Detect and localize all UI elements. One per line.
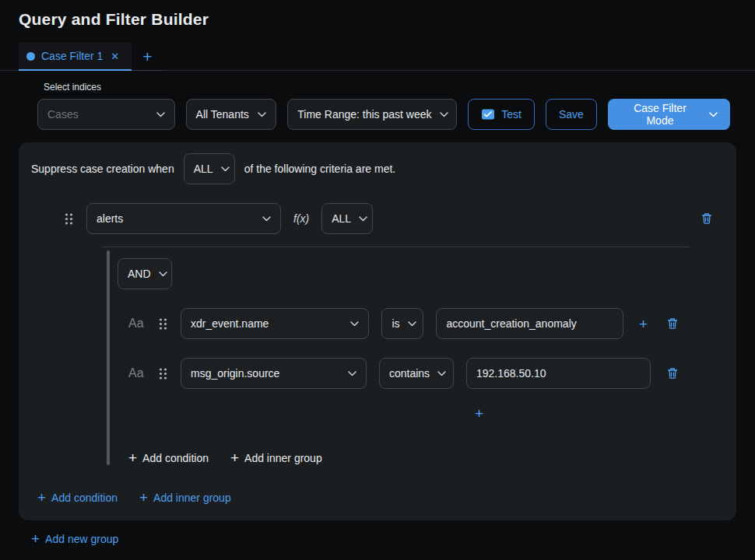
vertical-connector: [107, 250, 110, 465]
suppress-operator-value: ALL: [194, 163, 213, 175]
chevron-down-icon: [156, 112, 165, 117]
group-add-links: + Add condition + Add inner group: [37, 490, 724, 505]
chevron-down-icon: [440, 112, 448, 117]
delete-condition-button[interactable]: [663, 314, 682, 333]
text-type-icon: Aa: [128, 317, 146, 331]
plus-icon: +: [128, 450, 137, 465]
chevron-down-icon: [159, 271, 167, 277]
condition-operator-value: is: [392, 317, 399, 330]
condition-operator-value: contains: [389, 367, 430, 380]
add-inner-group-label: Add inner group: [244, 452, 322, 464]
tenant-value: All Tenants: [196, 108, 249, 121]
plus-icon: +: [230, 450, 239, 465]
chevron-down-icon: [348, 371, 356, 376]
group-header: alerts f(x) ALL: [64, 203, 724, 234]
add-inner-group-label: Add inner group: [153, 492, 231, 504]
inner-operator-select[interactable]: AND: [118, 258, 172, 289]
add-inner-group-link[interactable]: + Add inner group: [230, 450, 322, 465]
tab-label: Case Filter 1: [41, 50, 103, 62]
add-value-button[interactable]: +: [472, 403, 486, 424]
group-source-select[interactable]: alerts: [86, 203, 281, 234]
add-condition-link[interactable]: + Add condition: [128, 450, 209, 465]
add-condition-label: Add condition: [51, 492, 118, 504]
chevron-down-icon: [262, 216, 271, 222]
save-button-label: Save: [559, 108, 584, 121]
case-filter-mode-button[interactable]: Case Filter Mode: [608, 99, 730, 130]
chevron-down-icon: [437, 371, 446, 376]
indices-select[interactable]: Cases: [37, 99, 175, 130]
plus-icon: +: [37, 490, 46, 505]
condition-row: Aa xdr_event.name is +: [118, 308, 690, 339]
condition-operator-select[interactable]: is: [381, 308, 423, 339]
condition-row: Aa msg_origin.source contains: [118, 358, 690, 389]
tab-case-filter-1[interactable]: Case Filter 1 ✕: [19, 43, 132, 71]
condition-value-input[interactable]: [436, 308, 623, 339]
chevron-down-icon: [350, 321, 359, 327]
inner-group: AND Aa xdr_event.name is: [102, 247, 690, 465]
condition-field-value: msg_origin.source: [191, 367, 279, 380]
footer: + Add new group: [31, 531, 755, 546]
delete-group-button[interactable]: [697, 209, 716, 228]
time-range-value: Time Range: this past week: [297, 108, 431, 121]
chevron-down-icon: [221, 166, 230, 172]
time-range-select[interactable]: Time Range: this past week: [287, 99, 457, 130]
test-button[interactable]: Test: [468, 99, 535, 130]
plus-icon: +: [139, 490, 148, 505]
suppress-suffix: of the following criteria are met.: [244, 163, 396, 175]
chevron-down-icon: [408, 321, 416, 327]
page-title: Query and Filter Builder: [0, 0, 755, 29]
add-tab-button[interactable]: +: [132, 43, 163, 71]
mode-button-label: Case Filter Mode: [620, 102, 700, 127]
select-indices-label: Select indices: [44, 82, 755, 93]
inner-add-links: + Add condition + Add inner group: [128, 450, 690, 465]
indices-placeholder: Cases: [47, 108, 79, 121]
fx-label: f(x): [293, 212, 309, 225]
test-icon: [481, 107, 495, 121]
group-operator-value: ALL: [332, 212, 351, 225]
text-type-icon: Aa: [128, 366, 146, 380]
drag-handle-icon[interactable]: [158, 367, 168, 380]
group-source-value: alerts: [97, 212, 123, 225]
suppress-row: Suppress case creation when ALL of the f…: [31, 153, 724, 184]
condition-field-select[interactable]: msg_origin.source: [181, 358, 367, 389]
group-operator-select[interactable]: ALL: [321, 203, 373, 234]
toolbar: Cases All Tenants Time Range: this past …: [37, 99, 730, 130]
plus-icon: +: [31, 531, 40, 546]
suppress-prefix: Suppress case creation when: [31, 163, 174, 175]
tab-dot-icon: [26, 52, 35, 61]
condition-field-select[interactable]: xdr_event.name: [181, 308, 369, 339]
chevron-down-icon: [359, 216, 367, 222]
close-icon[interactable]: ✕: [109, 49, 121, 64]
add-value-button[interactable]: +: [636, 313, 651, 334]
drag-handle-icon[interactable]: [64, 212, 74, 226]
save-button[interactable]: Save: [546, 99, 597, 130]
suppress-operator-select[interactable]: ALL: [184, 153, 235, 184]
chevron-down-icon: [258, 112, 266, 117]
add-inner-group-link[interactable]: + Add inner group: [139, 490, 231, 505]
add-new-group-link[interactable]: + Add new group: [31, 531, 118, 546]
drag-handle-icon[interactable]: [158, 317, 168, 331]
add-condition-link[interactable]: + Add condition: [37, 490, 118, 505]
delete-condition-button[interactable]: [663, 364, 682, 383]
condition-operator-select[interactable]: contains: [379, 358, 454, 389]
builder-panel: Suppress case creation when ALL of the f…: [19, 142, 736, 520]
add-new-group-label: Add new group: [45, 533, 118, 545]
tenant-select[interactable]: All Tenants: [186, 99, 277, 130]
tab-bar: Case Filter 1 ✕ +: [0, 43, 755, 71]
condition-field-value: xdr_event.name: [191, 317, 269, 330]
chevron-down-icon: [709, 112, 718, 117]
test-button-label: Test: [501, 108, 521, 121]
add-condition-label: Add condition: [142, 452, 209, 464]
condition-value-input[interactable]: [466, 358, 651, 389]
inner-operator-value: AND: [128, 268, 151, 280]
